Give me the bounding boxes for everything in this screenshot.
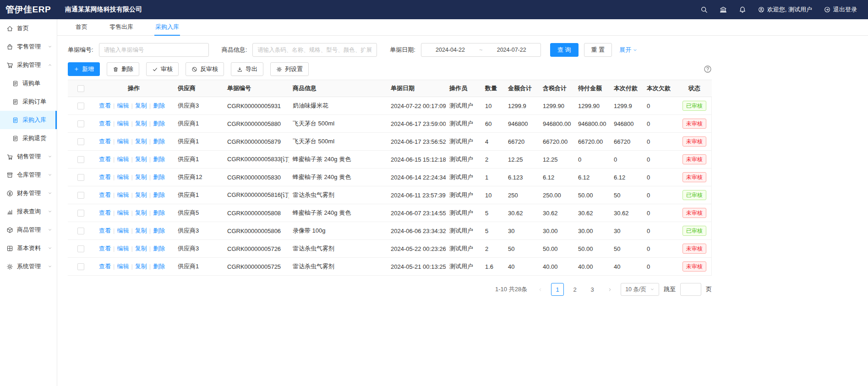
row-action-delete[interactable]: 删除 bbox=[153, 120, 165, 127]
sidebar-item-report[interactable]: 报表查询 bbox=[0, 202, 57, 221]
sidebar-item-finance[interactable]: 财务管理 bbox=[0, 184, 57, 202]
page-button-3[interactable]: 3 bbox=[586, 283, 599, 296]
bill-no-input[interactable] bbox=[99, 43, 209, 57]
logout-button[interactable]: 退出登录 bbox=[824, 5, 857, 14]
row-checkbox[interactable] bbox=[77, 120, 84, 127]
row-action-copy[interactable]: 复制 bbox=[135, 227, 147, 234]
row-action-copy[interactable]: 复制 bbox=[135, 263, 147, 270]
row-checkbox[interactable] bbox=[77, 210, 84, 217]
help-icon[interactable] bbox=[704, 65, 712, 73]
unaudit-button[interactable]: 反审核 bbox=[186, 62, 224, 76]
row-checkbox[interactable] bbox=[77, 228, 84, 234]
row-action-copy[interactable]: 复制 bbox=[135, 138, 147, 145]
row-action-view[interactable]: 查看 bbox=[99, 138, 111, 145]
bell-icon[interactable] bbox=[739, 6, 746, 13]
sidebar-item-sales[interactable]: 销售管理 bbox=[0, 147, 57, 166]
reset-button[interactable]: 重 置 bbox=[584, 43, 612, 57]
row-checkbox[interactable] bbox=[77, 138, 84, 145]
row-action-copy[interactable]: 复制 bbox=[135, 209, 147, 216]
row-action-delete[interactable]: 删除 bbox=[153, 102, 165, 109]
bank-icon[interactable] bbox=[720, 6, 727, 13]
row-action-delete[interactable]: 删除 bbox=[153, 209, 165, 216]
sidebar-item-purchase-order[interactable]: 采购订单 bbox=[0, 92, 57, 111]
row-action-view[interactable]: 查看 bbox=[99, 191, 111, 198]
row-action-view[interactable]: 查看 bbox=[99, 120, 111, 127]
column-settings-button[interactable]: 列设置 bbox=[270, 62, 309, 76]
row-action-delete[interactable]: 删除 bbox=[153, 227, 165, 234]
sidebar-item-system[interactable]: 系统管理 bbox=[0, 257, 57, 276]
date-start-value[interactable]: 2024-04-22 bbox=[436, 47, 465, 53]
sidebar-item-purchase[interactable]: 采购管理 bbox=[0, 56, 57, 74]
row-action-view[interactable]: 查看 bbox=[99, 227, 111, 234]
row-action-view[interactable]: 查看 bbox=[99, 156, 111, 163]
delete-button[interactable]: 删除 bbox=[107, 62, 139, 76]
page-button-1[interactable]: 1 bbox=[551, 283, 564, 296]
page-size-select[interactable]: 10 条/页 bbox=[621, 283, 659, 296]
row-action-view[interactable]: 查看 bbox=[99, 209, 111, 216]
row-checkbox[interactable] bbox=[77, 192, 84, 199]
row-action-delete[interactable]: 删除 bbox=[153, 156, 165, 163]
sidebar-item-warehouse[interactable]: 仓库管理 bbox=[0, 166, 57, 184]
row-action-copy[interactable]: 复制 bbox=[135, 102, 147, 109]
next-page-button[interactable] bbox=[603, 283, 616, 296]
cell-status: 已审核 bbox=[677, 222, 712, 240]
sidebar-item-retail[interactable]: 零售管理 bbox=[0, 38, 57, 56]
search-icon[interactable] bbox=[700, 6, 708, 13]
audit-button[interactable]: 审核 bbox=[146, 62, 179, 76]
sidebar-item-purchase-return[interactable]: 采购退货 bbox=[0, 129, 57, 147]
row-action-copy[interactable]: 复制 bbox=[135, 245, 147, 252]
cell-tax-amount: 6.12 bbox=[539, 169, 574, 186]
row-action-edit[interactable]: 编辑 bbox=[117, 156, 129, 163]
sidebar-item-goods[interactable]: 商品管理 bbox=[0, 221, 57, 239]
row-action-edit[interactable]: 编辑 bbox=[117, 209, 129, 216]
export-button[interactable]: 导出 bbox=[231, 62, 263, 76]
page-button-2[interactable]: 2 bbox=[568, 283, 581, 296]
row-action-copy[interactable]: 复制 bbox=[135, 120, 147, 127]
welcome-user[interactable]: 欢迎您, 测试用户 bbox=[758, 5, 812, 14]
row-action-copy[interactable]: 复制 bbox=[135, 174, 147, 180]
action-separator: | bbox=[149, 209, 151, 216]
row-action-edit[interactable]: 编辑 bbox=[117, 263, 129, 270]
row-checkbox[interactable] bbox=[77, 156, 84, 163]
expand-link[interactable]: 展开 bbox=[619, 46, 638, 54]
row-action-edit[interactable]: 编辑 bbox=[117, 174, 129, 180]
row-action-edit[interactable]: 编辑 bbox=[117, 102, 129, 109]
sidebar-item-purchase-request[interactable]: 请购单 bbox=[0, 74, 57, 92]
row-action-copy[interactable]: 复制 bbox=[135, 191, 147, 198]
row-checkbox[interactable] bbox=[77, 245, 84, 252]
sidebar-item-purchase-inbound[interactable]: 采购入库 bbox=[0, 111, 57, 129]
row-action-delete[interactable]: 删除 bbox=[153, 263, 165, 270]
row-action-edit[interactable]: 编辑 bbox=[117, 191, 129, 198]
sidebar-item-basic[interactable]: 基本资料 bbox=[0, 239, 57, 257]
prev-page-button[interactable] bbox=[534, 283, 546, 296]
cell-paid: 50 bbox=[610, 240, 643, 258]
row-action-edit[interactable]: 编辑 bbox=[117, 245, 129, 252]
jump-page-input[interactable] bbox=[680, 283, 701, 296]
row-action-edit[interactable]: 编辑 bbox=[117, 138, 129, 145]
tab-purchase-inbound[interactable]: 采购入库 bbox=[154, 19, 180, 36]
row-action-delete[interactable]: 删除 bbox=[153, 138, 165, 145]
row-checkbox[interactable] bbox=[77, 263, 84, 270]
row-checkbox[interactable] bbox=[77, 174, 84, 181]
row-action-edit[interactable]: 编辑 bbox=[117, 120, 129, 127]
goods-info-input[interactable] bbox=[252, 43, 377, 57]
row-checkbox[interactable] bbox=[77, 103, 84, 109]
sidebar-item-home[interactable]: 首页 bbox=[0, 19, 57, 38]
row-action-view[interactable]: 查看 bbox=[99, 263, 111, 270]
row-action-delete[interactable]: 删除 bbox=[153, 191, 165, 198]
date-range-picker[interactable]: 2024-04-22 ~ 2024-07-22 bbox=[421, 43, 541, 57]
date-end-value[interactable]: 2024-07-22 bbox=[497, 47, 526, 53]
row-action-view[interactable]: 查看 bbox=[99, 245, 111, 252]
search-button[interactable]: 查 询 bbox=[550, 43, 579, 57]
tab-home[interactable]: 首页 bbox=[75, 19, 88, 36]
row-action-edit[interactable]: 编辑 bbox=[117, 227, 129, 234]
row-action-view[interactable]: 查看 bbox=[99, 102, 111, 109]
row-action-view[interactable]: 查看 bbox=[99, 174, 111, 180]
row-action-delete[interactable]: 删除 bbox=[153, 174, 165, 180]
select-all-checkbox[interactable] bbox=[77, 85, 84, 92]
tab-retail-outbound[interactable]: 零售出库 bbox=[109, 19, 134, 36]
row-action-copy[interactable]: 复制 bbox=[135, 156, 147, 163]
row-action-delete[interactable]: 删除 bbox=[153, 245, 165, 252]
cell-debt: 0 bbox=[643, 133, 677, 151]
add-button[interactable]: 新增 bbox=[68, 62, 100, 76]
